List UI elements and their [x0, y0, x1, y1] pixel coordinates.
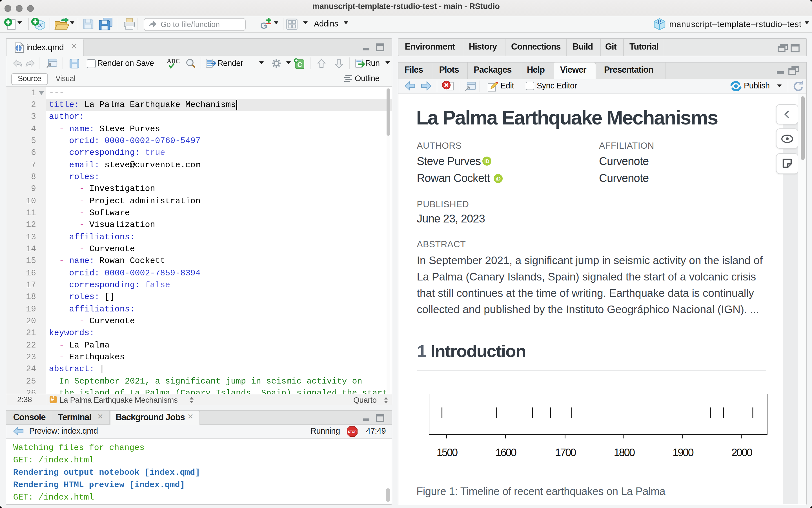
svg-text:R: R	[658, 18, 661, 25]
svg-text:ABC: ABC	[166, 57, 179, 65]
svg-text:C: C	[297, 61, 302, 69]
svg-text:G: G	[260, 20, 268, 30]
svg-text:iD: iD	[484, 159, 489, 164]
svg-text:STOP: STOP	[348, 430, 356, 433]
svg-text:iD: iD	[496, 176, 501, 181]
